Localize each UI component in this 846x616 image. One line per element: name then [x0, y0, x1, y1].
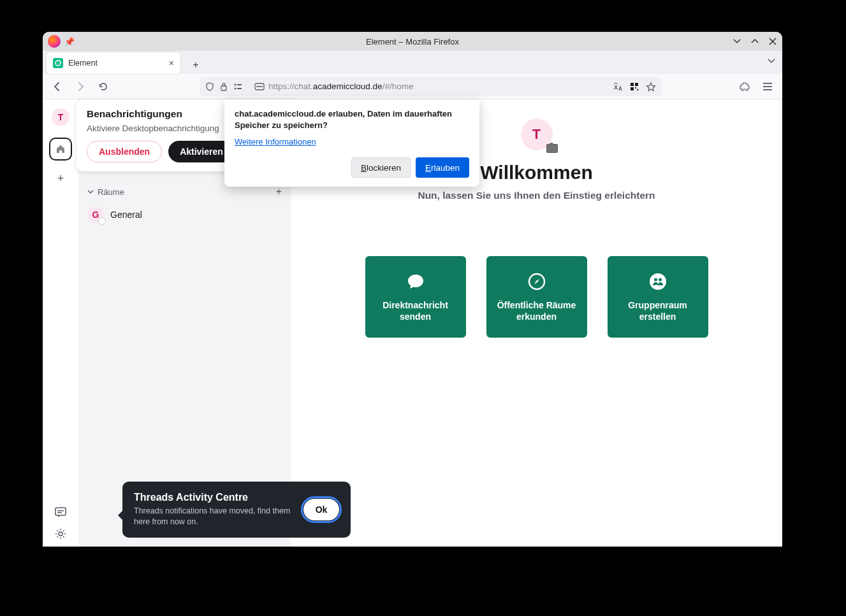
svg-rect-11: [635, 87, 636, 89]
welcome-avatar[interactable]: T: [521, 118, 553, 150]
svg-rect-16: [55, 508, 66, 515]
notif-hide-button[interactable]: Ausblenden: [87, 141, 162, 162]
window-minimize-button[interactable]: [731, 36, 743, 47]
tab-close-button[interactable]: ×: [169, 58, 174, 68]
group-icon: [648, 271, 668, 292]
rooms-label: Räume: [98, 187, 124, 197]
svg-rect-8: [631, 83, 634, 86]
tab-favicon-icon: [53, 58, 63, 68]
nav-toolbar: https://chat.academiccloud.de/#/home: [43, 74, 782, 99]
explore-rooms-card[interactable]: Öffentliche Räume erkunden: [486, 256, 587, 338]
site-info-icon[interactable]: [254, 82, 265, 92]
svg-rect-15: [763, 89, 772, 90]
toast-ok-button[interactable]: Ok: [303, 499, 339, 520]
home-space-button[interactable]: [49, 138, 72, 161]
svg-rect-17: [57, 510, 64, 512]
threads-toast: Threads Activity Centre Threads notifica…: [122, 482, 351, 538]
svg-rect-7: [256, 86, 263, 87]
permissions-icon[interactable]: [233, 82, 243, 92]
space-rail: T +: [43, 99, 78, 547]
svg-rect-10: [631, 87, 634, 90]
reload-button[interactable]: [94, 77, 113, 96]
svg-rect-3: [237, 84, 242, 85]
forward-button[interactable]: [71, 77, 90, 96]
chevron-down-icon: [87, 189, 94, 195]
svg-point-19: [59, 532, 62, 536]
window-maximize-button[interactable]: [749, 36, 761, 47]
welcome-subtitle: Nun, lassen Sie uns Ihnen den Einstieg e…: [291, 190, 782, 201]
window-close-button[interactable]: [767, 36, 778, 47]
tab-title: Element: [68, 59, 164, 68]
tab-strip: Element × +: [43, 51, 782, 74]
room-status-badge: [98, 217, 106, 225]
camera-icon[interactable]: [546, 144, 558, 153]
room-avatar: G: [87, 206, 104, 223]
firefox-window: 📌 Element – Mozilla Firefox Element × +: [43, 32, 782, 547]
add-room-button[interactable]: +: [276, 186, 282, 197]
room-name: General: [110, 210, 142, 220]
svg-point-21: [650, 273, 666, 290]
storage-permission-popup: chat.academiccloud.de erlauben, Daten im…: [224, 99, 479, 187]
compass-icon: [527, 271, 547, 292]
svg-point-23: [659, 278, 662, 281]
window-title: Element – Mozilla Firefox: [43, 37, 782, 47]
threads-icon[interactable]: [54, 506, 67, 519]
chat-bubble-icon: [405, 271, 426, 292]
browser-tab[interactable]: Element ×: [47, 52, 180, 74]
bookmark-icon[interactable]: [646, 82, 656, 92]
rooms-section-header[interactable]: Räume +: [78, 186, 291, 197]
room-item[interactable]: G General: [78, 201, 291, 228]
perm-more-info-link[interactable]: Weitere Informationen: [235, 137, 316, 147]
extensions-button[interactable]: [735, 77, 754, 96]
add-space-button[interactable]: +: [57, 172, 64, 185]
perm-allow-button[interactable]: Erlauben: [416, 157, 469, 178]
url-text: https://chat.academiccloud.de/#/home: [268, 82, 413, 91]
svg-rect-14: [763, 86, 772, 87]
svg-point-22: [654, 278, 657, 281]
shield-icon[interactable]: [205, 82, 215, 92]
svg-rect-18: [57, 512, 62, 513]
svg-rect-13: [763, 83, 772, 84]
svg-point-2: [235, 83, 237, 85]
svg-rect-1: [221, 86, 226, 90]
translate-icon[interactable]: [613, 82, 623, 92]
send-dm-card[interactable]: Direktnachricht senden: [365, 256, 466, 338]
svg-rect-12: [637, 89, 638, 90]
create-group-card[interactable]: Gruppenraum erstellen: [608, 256, 708, 338]
toast-title: Threads Activity Centre: [134, 492, 295, 503]
svg-rect-5: [237, 88, 242, 89]
window-titlebar: 📌 Element – Mozilla Firefox: [43, 32, 782, 51]
settings-icon[interactable]: [54, 527, 67, 540]
qr-icon[interactable]: [629, 82, 639, 92]
new-tab-button[interactable]: +: [187, 56, 205, 74]
svg-rect-9: [635, 83, 638, 86]
all-tabs-button[interactable]: [767, 56, 776, 65]
perm-block-button[interactable]: Blockieren: [351, 157, 411, 178]
svg-point-4: [235, 87, 237, 89]
lock-icon[interactable]: [219, 82, 229, 92]
back-button[interactable]: [48, 77, 67, 96]
perm-message: chat.academiccloud.de erlauben, Daten im…: [235, 108, 469, 131]
url-bar[interactable]: https://chat.academiccloud.de/#/home: [200, 77, 661, 96]
user-avatar[interactable]: T: [52, 108, 69, 126]
app-menu-button[interactable]: [758, 77, 777, 96]
toast-body: Threads notifications have moved, find t…: [134, 506, 295, 527]
